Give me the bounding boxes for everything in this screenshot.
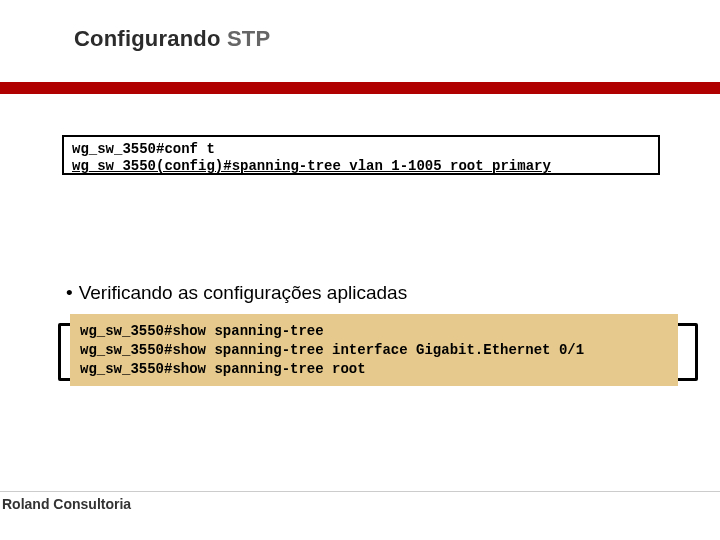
config-line-2: wg_sw_3550(config)#spanning-tree vlan 1-… bbox=[72, 158, 551, 174]
bullet-dot: • bbox=[66, 282, 73, 303]
show-code-box: wg_sw_3550#show spanning-tree wg_sw_3550… bbox=[70, 314, 678, 386]
slide-title: Configurando STP bbox=[74, 26, 270, 52]
red-divider bbox=[0, 82, 720, 94]
footer-rule bbox=[0, 491, 720, 492]
title-prefix: Configurando bbox=[74, 26, 227, 51]
config-line-1: wg_sw_3550#conf t bbox=[72, 141, 215, 157]
show-line-2: wg_sw_3550#show spanning-tree interface … bbox=[80, 342, 584, 358]
show-line-3: wg_sw_3550#show spanning-tree root bbox=[80, 361, 366, 377]
title-accent: STP bbox=[227, 26, 270, 51]
config-code-box: wg_sw_3550#conf t wg_sw_3550(config)#spa… bbox=[62, 135, 660, 175]
show-line-1: wg_sw_3550#show spanning-tree bbox=[80, 323, 324, 339]
bullet-line: •Verificando as configurações aplicadas bbox=[66, 282, 407, 304]
bullet-text: Verificando as configurações aplicadas bbox=[79, 282, 407, 303]
footer-text: Roland Consultoria bbox=[2, 496, 131, 512]
slide: Configurando STP wg_sw_3550#conf t wg_sw… bbox=[0, 0, 720, 540]
